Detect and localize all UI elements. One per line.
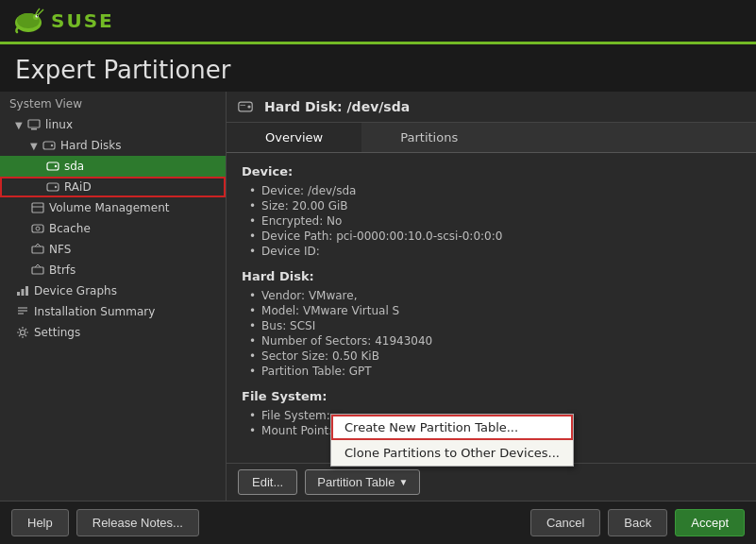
svg-rect-21 bbox=[25, 286, 28, 296]
sidebar-item-sda-label: sda bbox=[64, 160, 84, 173]
sidebar-item-device-graphs-label: Device Graphs bbox=[34, 284, 117, 298]
help-button[interactable]: Help bbox=[11, 509, 69, 536]
svg-rect-19 bbox=[17, 292, 20, 296]
graph-icon bbox=[15, 283, 30, 298]
sidebar-item-volume-management-label: Volume Management bbox=[49, 201, 170, 214]
suse-chameleon-icon bbox=[11, 8, 45, 34]
hd-sector-size: Sector Size: 0.50 KiB bbox=[249, 349, 741, 363]
hd-vendor: Vendor: VMware, bbox=[249, 289, 741, 302]
svg-point-4 bbox=[37, 15, 38, 16]
svg-rect-13 bbox=[32, 203, 43, 212]
device-list: Device: /dev/sda Size: 20.00 GiB Encrypt… bbox=[242, 184, 741, 258]
suse-logo: SUSE bbox=[11, 8, 114, 34]
filesystem-section-title: File System: bbox=[242, 389, 741, 403]
device-item-size: Size: 20.00 GiB bbox=[249, 199, 741, 212]
svg-rect-5 bbox=[28, 120, 40, 128]
partition-table-label: Partition Table bbox=[317, 475, 395, 489]
bottom-right-buttons: Cancel Back Accept bbox=[530, 509, 745, 536]
sidebar-item-bcache[interactable]: Bcache bbox=[0, 218, 226, 239]
sidebar-item-installation-summary-label: Installation Summary bbox=[34, 305, 155, 318]
page-title: Expert Partitioner bbox=[0, 44, 756, 92]
main-content: Expert Partitioner System View ▼ linux ▼… bbox=[0, 44, 756, 544]
accept-button[interactable]: Accept bbox=[675, 509, 745, 536]
svg-rect-15 bbox=[32, 225, 43, 232]
svg-rect-9 bbox=[47, 162, 59, 170]
svg-rect-20 bbox=[22, 289, 25, 296]
hard-disks-arrow-icon: ▼ bbox=[30, 141, 42, 151]
sda-disk-icon bbox=[45, 159, 60, 174]
bottom-bar: Help Release Notes... Cancel Back Accept bbox=[0, 501, 756, 544]
svg-point-16 bbox=[36, 227, 40, 230]
sidebar-item-btrfs-label: Btrfs bbox=[49, 264, 76, 277]
back-button[interactable]: Back bbox=[608, 509, 667, 536]
svg-rect-6 bbox=[31, 128, 37, 130]
right-panel: Hard Disk: /dev/sda Overview Partitions … bbox=[227, 92, 756, 501]
sidebar-item-settings[interactable]: Settings bbox=[0, 322, 226, 343]
panel-title: Hard Disk: /dev/sda bbox=[264, 99, 410, 114]
release-notes-button[interactable]: Release Notes... bbox=[76, 509, 199, 536]
svg-rect-11 bbox=[47, 183, 59, 191]
sidebar-item-device-graphs[interactable]: Device Graphs bbox=[0, 280, 226, 301]
partition-table-button[interactable]: Partition Table ▼ bbox=[305, 469, 420, 495]
sidebar-item-volume-management[interactable]: Volume Management bbox=[0, 197, 226, 218]
device-item-path: Device Path: pci-0000:00:10.0-scsi-0:0:0… bbox=[249, 230, 741, 243]
raid-icon bbox=[45, 179, 60, 195]
harddisk-section-title: Hard Disk: bbox=[242, 269, 741, 283]
nfs-icon bbox=[30, 242, 45, 257]
hd-partition-table: Partition Table: GPT bbox=[249, 365, 741, 378]
sidebar-item-linux-label: linux bbox=[45, 118, 73, 131]
sidebar-item-bcache-label: Bcache bbox=[49, 222, 91, 235]
dropdown-arrow-icon: ▼ bbox=[398, 477, 408, 487]
sidebar-item-sda[interactable]: sda bbox=[0, 156, 226, 177]
panel-header: Hard Disk: /dev/sda bbox=[227, 92, 756, 123]
device-item-encrypted: Encrypted: No bbox=[249, 214, 741, 228]
summary-icon bbox=[15, 304, 30, 319]
tab-overview[interactable]: Overview bbox=[227, 123, 361, 152]
topbar: SUSE bbox=[0, 0, 756, 42]
tab-partitions[interactable]: Partitions bbox=[361, 123, 496, 152]
sidebar-item-nfs-label: NFS bbox=[49, 243, 71, 256]
computer-icon bbox=[26, 117, 42, 132]
suse-logo-text: SUSE bbox=[51, 9, 114, 32]
lvm-icon bbox=[30, 200, 45, 215]
sidebar-item-settings-label: Settings bbox=[34, 326, 80, 339]
device-item-device: Device: /dev/sda bbox=[249, 184, 741, 197]
sidebar-item-hard-disks[interactable]: ▼ Hard Disks bbox=[0, 135, 226, 156]
sidebar-item-nfs[interactable]: NFS bbox=[0, 239, 226, 260]
svg-rect-17 bbox=[32, 246, 43, 253]
edit-button[interactable]: Edit... bbox=[238, 469, 297, 495]
svg-rect-18 bbox=[32, 267, 43, 274]
harddisk-icon bbox=[42, 138, 57, 153]
svg-rect-7 bbox=[43, 142, 55, 149]
workspace: System View ▼ linux ▼ Hard Disks bbox=[0, 92, 756, 501]
bottom-left-buttons: Help Release Notes... bbox=[11, 509, 199, 536]
device-item-id: Device ID: bbox=[249, 245, 741, 258]
panel-action-bar: Edit... Partition Table ▼ Create New Par… bbox=[227, 463, 756, 501]
dropdown-item-create-new[interactable]: Create New Partition Table... bbox=[331, 415, 573, 440]
bcache-icon bbox=[30, 221, 45, 236]
sidebar-item-installation-summary[interactable]: Installation Summary bbox=[0, 301, 226, 322]
sidebar-item-raid[interactable]: RAiD bbox=[0, 177, 226, 197]
system-view-label: System View bbox=[0, 92, 226, 114]
sidebar-item-hard-disks-label: Hard Disks bbox=[60, 139, 122, 152]
arrow-icon: ▼ bbox=[15, 120, 26, 130]
svg-point-12 bbox=[55, 186, 57, 188]
partition-table-dropdown: Create New Partition Table... Clone Part… bbox=[330, 414, 574, 467]
cancel-button[interactable]: Cancel bbox=[530, 509, 600, 536]
dropdown-item-clone[interactable]: Clone Partitions to Other Devices... bbox=[331, 440, 573, 466]
device-section-title: Device: bbox=[242, 164, 741, 178]
tabs: Overview Partitions bbox=[227, 123, 756, 153]
svg-point-10 bbox=[55, 165, 57, 167]
harddisk-list: Vendor: VMware, Model: VMware Virtual S … bbox=[242, 289, 741, 378]
sidebar: System View ▼ linux ▼ Hard Disks bbox=[0, 92, 227, 501]
sidebar-item-linux[interactable]: ▼ linux bbox=[0, 114, 226, 135]
hd-model: Model: VMware Virtual S bbox=[249, 304, 741, 317]
hd-bus: Bus: SCSI bbox=[249, 319, 741, 332]
panel-harddisk-icon bbox=[238, 99, 253, 114]
gear-icon bbox=[15, 325, 30, 340]
svg-point-25 bbox=[21, 331, 25, 335]
btrfs-icon bbox=[30, 263, 45, 278]
sidebar-item-raid-label: RAiD bbox=[64, 180, 92, 194]
svg-point-8 bbox=[51, 144, 53, 146]
sidebar-item-btrfs[interactable]: Btrfs bbox=[0, 260, 226, 280]
